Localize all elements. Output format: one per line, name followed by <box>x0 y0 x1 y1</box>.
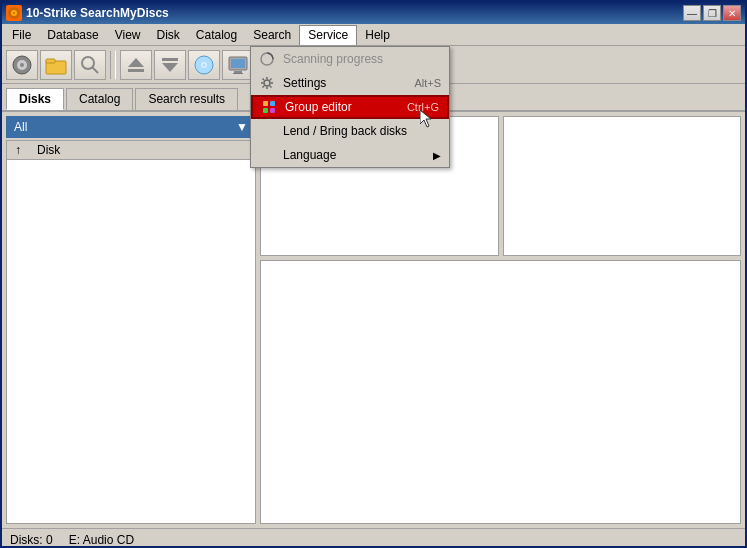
menu-view[interactable]: View <box>107 25 149 45</box>
menu-catalog[interactable]: Catalog <box>188 25 245 45</box>
title-buttons: — ❐ ✕ <box>683 5 741 21</box>
lend-label: Lend / Bring back disks <box>283 124 407 138</box>
svg-line-40 <box>263 86 265 88</box>
app-window: 10-Strike SearchMyDiscs — ❐ ✕ File Datab… <box>0 0 747 548</box>
right-panel-2 <box>503 116 742 256</box>
toolbar-disk-btn[interactable] <box>6 50 38 80</box>
group-editor-label: Group editor <box>285 100 352 114</box>
toolbar-search-btn[interactable] <box>74 50 106 80</box>
language-label: Language <box>283 148 336 162</box>
tab-catalog[interactable]: Catalog <box>66 88 133 110</box>
group-editor-icon <box>261 99 277 115</box>
toolbar-down-btn[interactable] <box>154 50 186 80</box>
svg-marker-12 <box>162 63 178 72</box>
svg-rect-41 <box>263 101 268 106</box>
svg-line-37 <box>263 79 265 81</box>
svg-point-32 <box>264 80 270 86</box>
menu-search[interactable]: Search <box>245 25 299 45</box>
tab-disks[interactable]: Disks <box>6 88 64 110</box>
disk-table-header: ↑ Disk <box>7 141 255 160</box>
svg-rect-19 <box>234 71 242 73</box>
disk-list-selected: All <box>14 120 27 134</box>
disk-list-header: All ▼ <box>6 116 256 138</box>
svg-rect-18 <box>231 59 245 68</box>
menu-file[interactable]: File <box>4 25 39 45</box>
svg-point-5 <box>20 63 24 67</box>
svg-point-2 <box>13 12 15 14</box>
svg-rect-43 <box>263 108 268 113</box>
toolbar-eject-btn[interactable] <box>120 50 152 80</box>
status-bar: Disks: 0 E: Audio CD <box>2 528 745 548</box>
scan-progress-icon <box>259 51 275 67</box>
svg-rect-42 <box>270 101 275 106</box>
svg-rect-13 <box>162 58 178 61</box>
svg-rect-20 <box>233 73 243 74</box>
minimize-button[interactable]: — <box>683 5 701 21</box>
menu-group-editor[interactable]: Group editor Ctrl+G <box>251 95 449 119</box>
app-icon <box>6 5 22 21</box>
disk-col: Disk <box>37 143 60 157</box>
menu-scanning-progress: Scanning progress <box>251 47 449 71</box>
svg-rect-7 <box>46 59 55 63</box>
svg-line-38 <box>270 86 272 88</box>
close-button[interactable]: ✕ <box>723 5 741 21</box>
scanning-progress-label: Scanning progress <box>283 52 383 66</box>
settings-label: Settings <box>283 76 326 90</box>
lend-icon <box>259 123 275 139</box>
status-disks: Disks: 0 <box>10 533 53 547</box>
svg-rect-44 <box>270 108 275 113</box>
right-area <box>260 116 741 524</box>
title-bar: 10-Strike SearchMyDiscs — ❐ ✕ <box>2 2 745 24</box>
right-bottom <box>260 260 741 524</box>
restore-button[interactable]: ❐ <box>703 5 721 21</box>
status-audio-cd: E: Audio CD <box>69 533 134 547</box>
menu-settings[interactable]: Settings Alt+S <box>251 71 449 95</box>
svg-line-9 <box>92 67 98 73</box>
menu-service[interactable]: Service <box>299 25 357 45</box>
svg-marker-10 <box>128 58 144 67</box>
toolbar-cd-btn[interactable] <box>188 50 220 80</box>
submenu-arrow-icon: ▶ <box>433 150 441 161</box>
language-icon <box>259 147 275 163</box>
title-bar-left: 10-Strike SearchMyDiscs <box>6 5 169 21</box>
menu-lend[interactable]: Lend / Bring back disks <box>251 119 449 143</box>
toolbar-folder-btn[interactable] <box>40 50 72 80</box>
service-dropdown-menu: Scanning progress Settings Alt+S <box>250 46 450 168</box>
settings-shortcut: Alt+S <box>414 77 441 89</box>
disk-table: ↑ Disk <box>6 140 256 524</box>
title-text: 10-Strike SearchMyDiscs <box>26 6 169 20</box>
settings-icon <box>259 75 275 91</box>
menu-help[interactable]: Help <box>357 25 398 45</box>
toolbar-sep-1 <box>110 51 116 79</box>
tab-search-results[interactable]: Search results <box>135 88 238 110</box>
svg-line-39 <box>270 79 272 81</box>
menu-database[interactable]: Database <box>39 25 106 45</box>
menu-bar: File Database View Disk Catalog Search S… <box>2 24 745 46</box>
svg-rect-11 <box>128 69 144 72</box>
menu-disk[interactable]: Disk <box>149 25 188 45</box>
dropdown-arrow-icon[interactable]: ▼ <box>236 120 248 134</box>
sort-col: ↑ <box>15 143 21 157</box>
menu-language[interactable]: Language ▶ <box>251 143 449 167</box>
left-panel: All ▼ ↑ Disk <box>6 116 256 524</box>
content-area: All ▼ ↑ Disk <box>2 112 745 528</box>
svg-point-16 <box>203 63 206 66</box>
group-editor-shortcut: Ctrl+G <box>407 101 439 113</box>
